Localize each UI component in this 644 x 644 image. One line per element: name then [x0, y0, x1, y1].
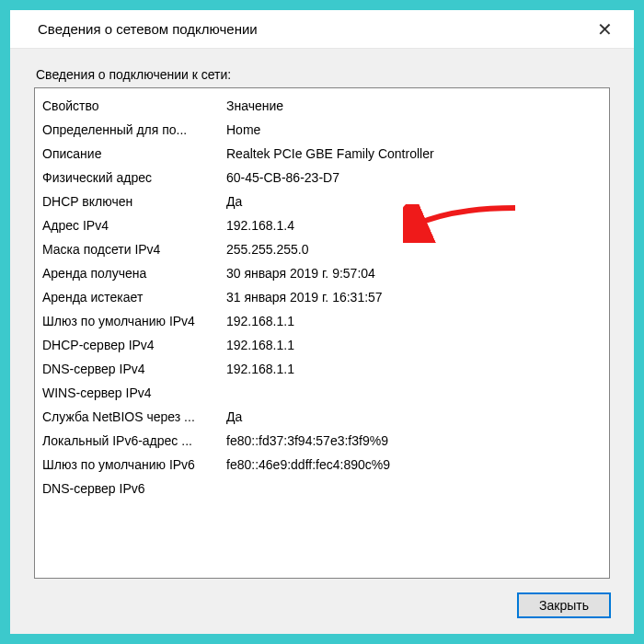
header-property: Свойство [42, 94, 226, 118]
property-cell: Маска подсети IPv4 [42, 237, 226, 261]
value-cell: 192.168.1.1 [226, 357, 602, 381]
property-cell: DHCP-сервер IPv4 [42, 333, 226, 357]
table-row[interactable]: Адрес IPv4192.168.1.4 [42, 213, 602, 237]
table-row[interactable]: DNS-сервер IPv6 [42, 477, 602, 500]
network-details-dialog: Сведения о сетевом подключении ✕ Сведени… [10, 10, 634, 634]
value-cell: 192.168.1.4 [226, 213, 602, 237]
dialog-subtitle: Сведения о подключении к сети: [34, 67, 610, 82]
table-row[interactable]: Физический адрес60-45-CB-86-23-D7 [42, 166, 602, 190]
property-cell: Шлюз по умолчанию IPv4 [42, 309, 226, 333]
property-cell: Аренда получена [42, 261, 226, 285]
close-button[interactable]: Закрыть [518, 593, 610, 617]
table-row[interactable]: Маска подсети IPv4255.255.255.0 [42, 237, 602, 261]
table-row[interactable]: Аренда получена30 января 2019 г. 9:57:04 [42, 261, 602, 285]
property-cell: Служба NetBIOS через ... [42, 405, 226, 429]
value-cell: Home [226, 118, 602, 142]
header-row: Свойство Значение [42, 94, 602, 118]
table-row[interactable]: DNS-сервер IPv4192.168.1.1 [42, 357, 602, 381]
value-cell [226, 381, 602, 405]
table-row[interactable]: DHCP включенДа [42, 190, 602, 213]
property-cell: Физический адрес [42, 166, 226, 190]
close-icon[interactable]: ✕ [592, 18, 617, 40]
property-cell: Аренда истекает [42, 285, 226, 309]
property-cell: Локальный IPv6-адрес ... [42, 429, 226, 453]
value-cell [226, 477, 602, 500]
property-cell: DNS-сервер IPv6 [42, 477, 226, 500]
value-cell: fe80::fd37:3f94:57e3:f3f9%9 [226, 429, 602, 453]
property-cell: Определенный для по... [42, 118, 226, 142]
dialog-title: Сведения о сетевом подключении [38, 21, 592, 37]
details-listbox[interactable]: Свойство Значение Определенный для по...… [34, 87, 610, 579]
value-cell: 192.168.1.1 [226, 333, 602, 357]
value-cell: 192.168.1.1 [226, 309, 602, 333]
property-cell: Адрес IPv4 [42, 213, 226, 237]
property-cell: WINS-сервер IPv4 [42, 381, 226, 405]
table-row[interactable]: WINS-сервер IPv4 [42, 381, 602, 405]
table-row[interactable]: Служба NetBIOS через ...Да [42, 405, 602, 429]
titlebar: Сведения о сетевом подключении ✕ [10, 10, 634, 49]
property-cell: DHCP включен [42, 190, 226, 213]
table-row[interactable]: Шлюз по умолчанию IPv4192.168.1.1 [42, 309, 602, 333]
table-row[interactable]: DHCP-сервер IPv4192.168.1.1 [42, 333, 602, 357]
value-cell: fe80::46e9:ddff:fec4:890c%9 [226, 453, 602, 477]
table-row[interactable]: ОписаниеRealtek PCIe GBE Family Controll… [42, 142, 602, 166]
value-cell: Да [226, 190, 602, 213]
property-cell: DNS-сервер IPv4 [42, 357, 226, 381]
property-cell: Шлюз по умолчанию IPv6 [42, 453, 226, 477]
table-row[interactable]: Определенный для по...Home [42, 118, 602, 142]
value-cell: Realtek PCIe GBE Family Controller [226, 142, 602, 166]
value-cell: 30 января 2019 г. 9:57:04 [226, 261, 602, 285]
dialog-footer: Закрыть [34, 579, 610, 617]
value-cell: 255.255.255.0 [226, 237, 602, 261]
value-cell: Да [226, 405, 602, 429]
table-row[interactable]: Шлюз по умолчанию IPv6fe80::46e9:ddff:fe… [42, 453, 602, 477]
table-row[interactable]: Локальный IPv6-адрес ...fe80::fd37:3f94:… [42, 429, 602, 453]
table-row[interactable]: Аренда истекает31 января 2019 г. 16:31:5… [42, 285, 602, 309]
property-cell: Описание [42, 142, 226, 166]
dialog-body: Сведения о подключении к сети: Свойство … [10, 49, 634, 634]
value-cell: 31 января 2019 г. 16:31:57 [226, 285, 602, 309]
header-value: Значение [226, 94, 602, 118]
value-cell: 60-45-CB-86-23-D7 [226, 166, 602, 190]
